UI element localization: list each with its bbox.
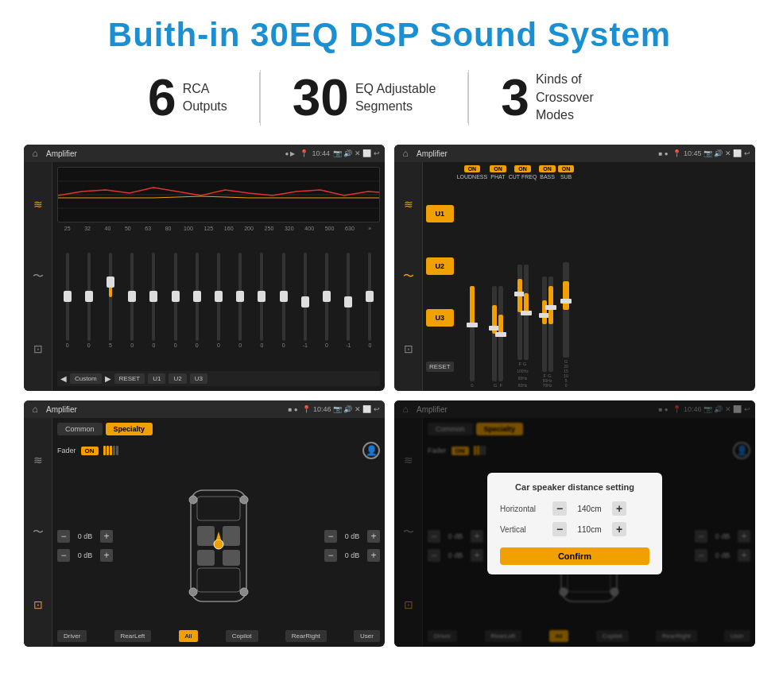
slider-3[interactable]: 5	[100, 253, 120, 348]
eq-u3-btn[interactable]: U3	[190, 373, 207, 384]
crossover-speaker-icon[interactable]: ⊡	[399, 339, 418, 358]
u1-btn[interactable]: U1	[426, 205, 454, 222]
freq-200: 200	[238, 226, 258, 231]
slider-8[interactable]: 0	[208, 253, 228, 348]
slider-7[interactable]: 0	[187, 253, 207, 348]
vertical-plus-btn[interactable]: +	[612, 522, 626, 536]
db-plus-4[interactable]: +	[367, 549, 380, 562]
eq-reset-btn[interactable]: RESET	[114, 373, 145, 384]
eq-u2-btn[interactable]: U2	[169, 373, 186, 384]
distance-dialog-overlay: Car speaker distance setting Horizontal …	[394, 400, 755, 647]
slider-6[interactable]: 0	[165, 253, 185, 348]
slider-12[interactable]: -1	[295, 253, 315, 348]
db-value-1: 0 dB	[73, 532, 97, 540]
db-plus-1[interactable]: +	[100, 530, 113, 543]
slider-14[interactable]: -1	[339, 253, 358, 348]
bass-slider-2[interactable]	[548, 277, 553, 372]
freq-400: 400	[300, 226, 320, 231]
slider-10[interactable]: 0	[252, 253, 272, 348]
freq-40: 40	[98, 226, 118, 231]
bass-slider-1[interactable]	[542, 277, 547, 372]
db-plus-2[interactable]: +	[100, 549, 113, 562]
slider-2[interactable]: 0	[79, 253, 99, 348]
db-minus-2[interactable]: −	[57, 549, 70, 562]
u3-btn[interactable]: U3	[426, 309, 454, 327]
all-btn[interactable]: All	[179, 630, 199, 642]
phat-slider-2[interactable]	[498, 286, 503, 381]
rear-right-btn[interactable]: RearRight	[285, 630, 327, 642]
fader-screen: ⌂ Amplifier ■ ● 📍 10:46 📷 🔊 ✕ ⬜ ↩ ≋ 〜 ⊡ …	[24, 400, 385, 647]
db-value-2: 0 dB	[73, 551, 97, 559]
user-btn[interactable]: User	[354, 630, 380, 642]
svg-rect-5	[197, 568, 240, 592]
car-svg	[167, 482, 270, 609]
cutfreq-on[interactable]: ON	[514, 165, 531, 172]
copilot-btn[interactable]: Copilot	[226, 630, 258, 642]
eq-play-btn[interactable]: ▶	[105, 374, 111, 383]
slider-1[interactable]: 0	[57, 253, 77, 348]
specialty-tab[interactable]: Specialty	[106, 423, 153, 435]
confirm-button[interactable]: Confirm	[500, 547, 649, 565]
fader-wave-icon[interactable]: 〜	[29, 523, 48, 542]
driver-btn[interactable]: Driver	[57, 630, 87, 642]
loudness-slider-1[interactable]	[470, 286, 475, 381]
horizontal-label: Horizontal	[500, 505, 548, 513]
eq-graph	[57, 167, 380, 222]
slider-11[interactable]: 0	[273, 253, 293, 348]
eq-custom-btn[interactable]: Custom	[70, 373, 102, 384]
fader-on-toggle[interactable]: ON	[81, 447, 99, 455]
db-minus-3[interactable]: −	[324, 530, 337, 543]
db-value-3: 0 dB	[340, 532, 364, 540]
crossover-screen-title: Amplifier	[417, 149, 654, 158]
svg-rect-6	[197, 526, 215, 546]
rear-left-btn[interactable]: RearLeft	[114, 630, 152, 642]
u-buttons-col: U1 U2 U3 RESET	[426, 165, 454, 388]
fader-mode-tabs: Common Specialty	[57, 423, 380, 435]
feature-eq: 30 EQ AdjustableSegments	[261, 72, 469, 123]
db-minus-1[interactable]: −	[57, 530, 70, 543]
eq-u1-btn[interactable]: U1	[148, 373, 165, 384]
slider-4[interactable]: 0	[122, 253, 142, 348]
fader-body: ≋ 〜 ⊡ Common Specialty Fader ON	[24, 418, 385, 647]
eq-filter-icon[interactable]: ≋	[29, 195, 48, 214]
freq-630: 630	[339, 226, 359, 231]
fader-speaker-icon[interactable]: ⊡	[29, 595, 48, 614]
right-db-controls: − 0 dB + − 0 dB +	[324, 464, 380, 627]
slider-5[interactable]: 0	[144, 253, 164, 348]
common-tab[interactable]: Common	[57, 423, 103, 435]
slider-9[interactable]: 0	[231, 253, 250, 348]
svg-point-14	[240, 588, 248, 596]
loudness-on[interactable]: ON	[464, 165, 481, 172]
crossover-layout: U1 U2 U3 RESET ON LOUDNESS	[426, 165, 752, 388]
dot-icon: ● ▶	[285, 150, 295, 157]
cutfreq-slider-2[interactable]	[524, 265, 529, 360]
eq-wave-icon[interactable]: 〜	[29, 267, 48, 286]
crossover-wave-icon[interactable]: 〜	[399, 267, 418, 286]
svg-marker-15	[216, 532, 221, 540]
bass-on[interactable]: ON	[539, 165, 556, 172]
freq-160: 160	[219, 226, 238, 231]
sub-channel: ON SUB G 20	[558, 165, 575, 388]
slider-15[interactable]: 0	[360, 253, 380, 348]
sub-on[interactable]: ON	[558, 165, 575, 172]
sub-slider[interactable]	[563, 262, 569, 358]
eq-prev-btn[interactable]: ◀	[60, 374, 67, 383]
sub-sliders	[563, 181, 569, 358]
horizontal-plus-btn[interactable]: +	[612, 501, 626, 516]
slider-13[interactable]: 0	[316, 253, 336, 348]
vertical-minus-btn[interactable]: −	[552, 522, 567, 536]
u2-btn[interactable]: U2	[426, 257, 454, 275]
loudness-sliders	[470, 181, 475, 381]
eq-label: EQ AdjustableSegments	[355, 80, 436, 116]
phat-on[interactable]: ON	[490, 165, 506, 172]
crossover-reset-btn[interactable]: RESET	[426, 362, 454, 372]
eq-sliders: 0 0 5 0	[57, 233, 380, 368]
fader-filter-icon[interactable]: ≋	[29, 451, 48, 470]
freq-25: 25	[57, 226, 77, 231]
db-minus-4[interactable]: −	[324, 549, 337, 562]
eq-speaker-icon[interactable]: ⊡	[29, 339, 48, 358]
horizontal-minus-btn[interactable]: −	[552, 501, 567, 516]
cutfreq-label: CUT FREQ	[509, 174, 537, 180]
db-plus-3[interactable]: +	[367, 530, 380, 543]
crossover-filter-icon[interactable]: ≋	[399, 195, 418, 214]
